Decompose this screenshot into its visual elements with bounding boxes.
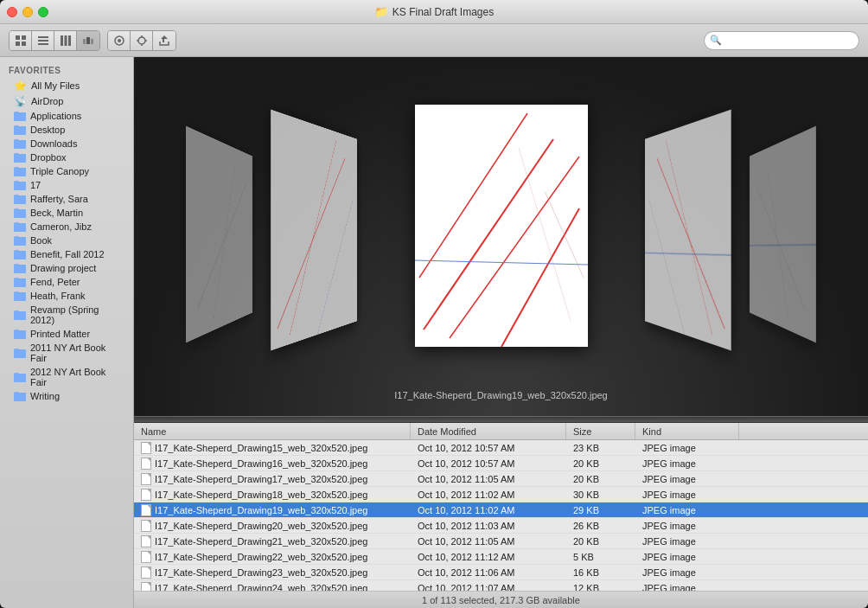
coverflow-preview[interactable]: I17_Kate-Sheperd_Drawing19_web_320x520.j…: [134, 57, 868, 416]
sidebar-item-label: Dropbox: [30, 152, 67, 163]
sidebar-item-label: Desktop: [30, 125, 65, 135]
svg-line-31: [415, 260, 588, 265]
action-button[interactable]: [131, 31, 153, 50]
column-header-size[interactable]: Size: [566, 423, 635, 439]
folder-icon: [14, 310, 26, 320]
sidebar-item-airdrop[interactable]: 📡 AirDrop: [2, 93, 131, 109]
table-row[interactable]: I17_Kate-Sheperd_Drawing23_web_320x520.j…: [134, 565, 868, 580]
maximize-button[interactable]: [38, 7, 48, 17]
table-row[interactable]: I17_Kate-Sheperd_Drawing20_web_320x520.j…: [134, 518, 868, 534]
svg-rect-23: [271, 110, 356, 351]
sidebar-item-writing[interactable]: Writing: [2, 389, 131, 403]
file-size-cell: 23 KB: [566, 443, 635, 453]
folder-icon: [14, 330, 26, 339]
sidebar-item-downloads[interactable]: Downloads: [2, 137, 131, 150]
search-input[interactable]: [704, 31, 859, 50]
sidebar-item-benefit-fall-2012[interactable]: Benefit, Fall 2012: [2, 247, 131, 261]
column-view-button[interactable]: [54, 31, 77, 50]
folder-icon: [14, 373, 26, 382]
action-controls: [107, 30, 176, 51]
file-icon: [141, 504, 151, 516]
column-header-kind[interactable]: Kind: [635, 423, 739, 439]
coverflow-panel-right1[interactable]: [645, 110, 731, 351]
sidebar-item-all-my-files[interactable]: ⭐ All My Files: [2, 78, 131, 93]
sidebar-item-desktop[interactable]: Desktop: [2, 123, 131, 137]
file-date-cell: Oct 10, 2012 11:05 AM: [411, 536, 566, 547]
sidebar-item-applications[interactable]: Applications: [2, 109, 131, 123]
table-row[interactable]: I17_Kate-Sheperd_Drawing15_web_320x520.j…: [134, 440, 868, 456]
file-list[interactable]: Name Date Modified Size Kind I17_Kate-Sh…: [134, 423, 868, 591]
svg-line-33: [519, 148, 571, 321]
sidebar-item-printed-matter[interactable]: Printed Matter: [2, 327, 131, 341]
coverflow-panel-left1[interactable]: [271, 110, 356, 351]
folder-icon: [14, 139, 26, 149]
sidebar-item-dropbox[interactable]: Dropbox: [2, 150, 131, 164]
sidebar-item-drawing-project[interactable]: Drawing project: [2, 261, 131, 275]
file-kind-cell: JPEG image: [635, 583, 739, 592]
table-row[interactable]: I17_Kate-Sheperd_Drawing19_web_320x520.j…: [134, 502, 868, 518]
sidebar-item-2012-art-book-fair[interactable]: 2012 NY Art Book Fair: [2, 365, 131, 389]
sidebar-item-revamp[interactable]: Revamp (Spring 2012): [2, 303, 131, 327]
sidebar-item-book[interactable]: Book: [2, 234, 131, 247]
file-kind-cell: JPEG image: [635, 505, 739, 515]
file-name-cell: I17_Kate-Sheperd_Drawing22_web_320x520.j…: [134, 551, 411, 563]
coverflow-view-button[interactable]: [77, 31, 99, 50]
status-text: 1 of 113 selected, 217.3 GB available: [422, 595, 580, 605]
coverflow-panel-left2[interactable]: [186, 126, 252, 343]
file-kind-cell: JPEG image: [635, 443, 739, 453]
coverflow-panel-right2[interactable]: [750, 126, 816, 343]
folder-icon: [14, 278, 26, 287]
sidebar-item-rafferty-sara[interactable]: Rafferty, Sara: [2, 192, 131, 206]
sidebar-item-beck-martin[interactable]: Beck, Martin: [2, 206, 131, 220]
preview-button[interactable]: [108, 31, 131, 50]
sidebar-item-17[interactable]: 17: [2, 178, 131, 192]
search-wrapper: 🔍: [704, 31, 859, 50]
sidebar-item-label: AirDrop: [31, 96, 63, 106]
svg-rect-11: [83, 39, 86, 44]
sidebar-section-favorites: FAVORITES: [0, 57, 133, 78]
folder-icon: 📁: [374, 5, 388, 18]
file-size-cell: 20 KB: [566, 458, 635, 469]
table-row[interactable]: I17_Kate-Sheperd_Drawing22_web_320x520.j…: [134, 549, 868, 565]
sidebar-item-label: Revamp (Spring 2012): [30, 304, 124, 325]
list-header: Name Date Modified Size Kind: [134, 423, 868, 440]
icon-view-button[interactable]: [10, 31, 32, 50]
folder-icon: [14, 392, 26, 401]
list-view-button[interactable]: [32, 31, 54, 50]
file-name: I17_Kate-Sheperd_Drawing22_web_320x520.j…: [155, 552, 367, 562]
sidebar-item-triple-canopy[interactable]: Triple Canopy: [2, 164, 131, 178]
sidebar-item-heath-frank[interactable]: Heath, Frank: [2, 289, 131, 303]
table-row[interactable]: I17_Kate-Sheperd_Drawing17_web_320x520.j…: [134, 471, 868, 487]
minimize-button[interactable]: [22, 7, 33, 17]
file-date-cell: Oct 10, 2012 11:02 AM: [411, 490, 566, 500]
view-controls: [9, 30, 100, 51]
sidebar-item-cameron-jibz[interactable]: Cameron, Jibz: [2, 220, 131, 234]
file-size-cell: 5 KB: [566, 552, 635, 562]
file-size-cell: 30 KB: [566, 490, 635, 500]
close-button[interactable]: [7, 7, 17, 17]
file-icon: [141, 489, 151, 501]
share-button[interactable]: [153, 31, 176, 50]
table-row[interactable]: I17_Kate-Sheperd_Drawing24_web_320x520.j…: [134, 580, 868, 591]
sidebar-item-fend-peter[interactable]: Fend, Peter: [2, 275, 131, 289]
sidebar-item-label: Beck, Martin: [30, 208, 83, 218]
file-name-cell: I17_Kate-Sheperd_Drawing15_web_320x520.j…: [134, 442, 411, 454]
toolbar: 🔍: [0, 24, 868, 57]
column-header-name[interactable]: Name: [134, 423, 411, 439]
sidebar-item-label: Benefit, Fall 2012: [30, 249, 105, 259]
coverflow-panel-center[interactable]: [415, 105, 588, 347]
preview-filename: I17_Kate-Sheperd_Drawing19_web_320x520.j…: [394, 390, 607, 400]
table-row[interactable]: I17_Kate-Sheperd_Drawing21_web_320x520.j…: [134, 534, 868, 549]
column-header-date[interactable]: Date Modified: [411, 423, 566, 439]
table-row[interactable]: I17_Kate-Sheperd_Drawing16_web_320x520.j…: [134, 456, 868, 471]
file-icon: [141, 520, 151, 532]
svg-rect-8: [64, 35, 67, 46]
sidebar-item-label: 2012 NY Art Book Fair: [30, 367, 124, 387]
folder-icon: [14, 250, 26, 259]
file-date-cell: Oct 10, 2012 10:57 AM: [411, 458, 566, 469]
main-content: FAVORITES ⭐ All My Files 📡 AirDrop Appli…: [0, 57, 868, 608]
sidebar-item-2011-art-book-fair[interactable]: 2011 NY Art Book Fair: [2, 341, 131, 365]
file-size-cell: 16 KB: [566, 567, 635, 578]
svg-point-14: [118, 39, 121, 42]
table-row[interactable]: I17_Kate-Sheperd_Drawing18_web_320x520.j…: [134, 487, 868, 502]
